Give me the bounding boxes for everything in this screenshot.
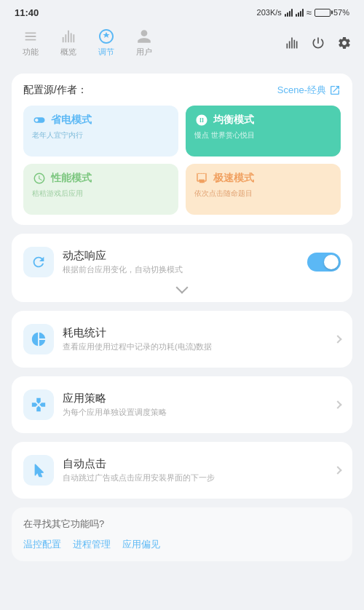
bottom-links: 温控配置 进程管理 应用偏见 [23,538,341,551]
dynamic-response-desc: 根据前台应用变化，自动切换模式 [63,264,298,275]
app-strategy-name: 应用策略 [63,392,326,405]
battery-percent: 57% [333,8,349,17]
config-scene-label: Scene-经典 [277,84,326,97]
turbo-desc: 依次点击随命题目 [194,189,332,199]
chevron-right-icon [333,335,341,343]
tab-overview-label: 概览 [60,47,76,58]
power-stats-text: 耗电统计 查看应用使用过程中记录的功耗(电流)数据 [63,326,326,352]
power-stats-row[interactable]: 耗电统计 查看应用使用过程中记录的功耗(电流)数据 [23,321,341,357]
battery-icon [314,9,331,17]
balanced-icon [194,113,209,127]
app-strategy-icon-wrap [23,389,54,420]
chart-action-icon[interactable] [284,35,300,51]
network-speed: 203K/s [257,8,282,17]
dynamic-response-toggle-wrap [307,253,341,272]
turbo-icon [194,171,209,186]
dynamic-response-text: 动态响应 根据前台应用变化，自动切换模式 [63,249,298,275]
tab-feature-label: 功能 [23,47,39,58]
link-temp-config[interactable]: 温控配置 [23,538,61,551]
power-save-desc: 老年人宜宁内行 [32,130,170,140]
chevron-right-icon-3 [333,466,341,474]
dynamic-response-icon-wrap [23,247,54,277]
svg-point-2 [204,119,205,121]
power-stats-name: 耗电统计 [63,326,326,340]
expand-chevron-wrap[interactable] [23,286,341,292]
auto-click-desc: 自动跳过广告或点击应用安装界面的下一步 [63,472,326,483]
tab-adjust[interactable]: 调节 [87,25,125,60]
config-title: 配置源/作者： [23,84,87,97]
power-save-name: 省电模式 [51,114,92,127]
power-save-icon [32,113,47,127]
power-stats-card: 耗电统计 查看应用使用过程中记录的功耗(电流)数据 [12,311,352,368]
tab-user[interactable]: 用户 [125,25,163,60]
external-link-icon [329,84,341,96]
performance-desc: 秸秸游戏后应用 [32,189,170,199]
tab-overview[interactable]: 概览 [50,25,87,60]
wifi-icon: ≈ [306,7,312,18]
mode-card-turbo[interactable]: 极速模式 依次点击随命题目 [186,164,341,215]
bottom-title: 在寻找其它功能吗? [23,518,341,531]
tab-adjust-label: 调节 [98,47,114,58]
feature-tab-icon [22,28,39,45]
mode-card-performance[interactable]: 性能模式 秸秸游戏后应用 [23,164,178,215]
tab-user-label: 用户 [136,47,152,58]
power-stats-chevron [335,336,341,342]
bottom-section: 在寻找其它功能吗? 温控配置 进程管理 应用偏见 [12,507,352,561]
mode-card-performance-header: 性能模式 [32,171,170,186]
auto-click-card: 自动点击 自动跳过广告或点击应用安装界面的下一步 [12,442,352,499]
power-stats-icon-wrap [23,324,54,354]
app-strategy-row[interactable]: 应用策略 为每个应用单独设置调度策略 [23,387,341,423]
cursor-icon [31,462,47,478]
mode-card-balanced-header: 均衡模式 [194,113,332,127]
performance-name: 性能模式 [51,172,92,185]
dynamic-response-name: 动态响应 [63,249,298,263]
mode-card-turbo-header: 极速模式 [194,171,332,186]
svg-point-1 [201,119,202,121]
config-scene-button[interactable]: Scene-经典 [277,84,341,97]
mode-card-power-save[interactable]: 省电模式 老年人宜宁内行 [23,106,178,157]
link-process-mgmt[interactable]: 进程管理 [73,538,111,551]
auto-click-name: 自动点击 [63,457,326,471]
tab-feature[interactable]: 功能 [12,25,50,60]
balanced-desc: 慢点 世界赏心悦目 [194,130,332,140]
nav-tabs: 功能 概览 调节 用户 [12,25,163,60]
link-app-prefs[interactable]: 应用偏见 [122,538,160,551]
nav-actions [284,35,352,51]
mode-card-balanced[interactable]: 均衡模式 慢点 世界赏心悦目 [186,106,341,157]
mode-card-power-save-header: 省电模式 [32,113,170,127]
turbo-name: 极速模式 [213,172,254,185]
mode-grid: 省电模式 老年人宜宁内行 均衡模式 慢点 世界赏心悦目 [23,106,341,215]
svg-point-0 [198,119,199,121]
top-nav: 功能 概览 调节 用户 [0,22,364,66]
power-stats-desc: 查看应用使用过程中记录的功耗(电流)数据 [63,341,326,352]
auto-click-row[interactable]: 自动点击 自动跳过广告或点击应用安装界面的下一步 [23,452,341,488]
dynamic-response-card: 动态响应 根据前台应用变化，自动切换模式 [12,234,352,302]
gear-action-icon[interactable] [336,35,352,51]
auto-click-icon-wrap [23,455,54,486]
user-tab-icon [135,28,153,45]
adjust-tab-icon [98,28,115,45]
gamepad-icon [31,397,47,413]
refresh-icon [31,254,47,270]
auto-click-text: 自动点击 自动跳过广告或点击应用安装界面的下一步 [63,457,326,483]
pie-chart-icon [31,331,47,347]
dynamic-response-row: 动态响应 根据前台应用变化，自动切换模式 [23,244,341,280]
chevron-right-icon-2 [333,400,341,408]
auto-click-chevron [335,467,341,473]
performance-icon [32,171,47,186]
main-content: 配置源/作者： Scene-经典 省电模式 老年人宜宁内行 [0,66,364,610]
app-strategy-desc: 为每个应用单独设置调度策略 [63,407,326,418]
dynamic-response-toggle[interactable] [307,253,341,272]
app-strategy-text: 应用策略 为每个应用单独设置调度策略 [63,392,326,418]
overview-tab-icon [60,28,77,45]
config-source-card: 配置源/作者： Scene-经典 省电模式 老年人宜宁内行 [12,74,352,225]
app-strategy-card: 应用策略 为每个应用单独设置调度策略 [12,376,352,433]
status-bar: 11:40 203K/s ≈ 57% [0,0,364,22]
status-time: 11:40 [15,7,39,18]
config-header: 配置源/作者： Scene-经典 [23,84,341,97]
power-action-icon[interactable] [310,35,326,51]
chevron-down-icon [176,282,189,294]
balanced-name: 均衡模式 [213,114,254,127]
signal-icon-1 [285,8,293,17]
status-right: 203K/s ≈ 57% [257,7,349,18]
